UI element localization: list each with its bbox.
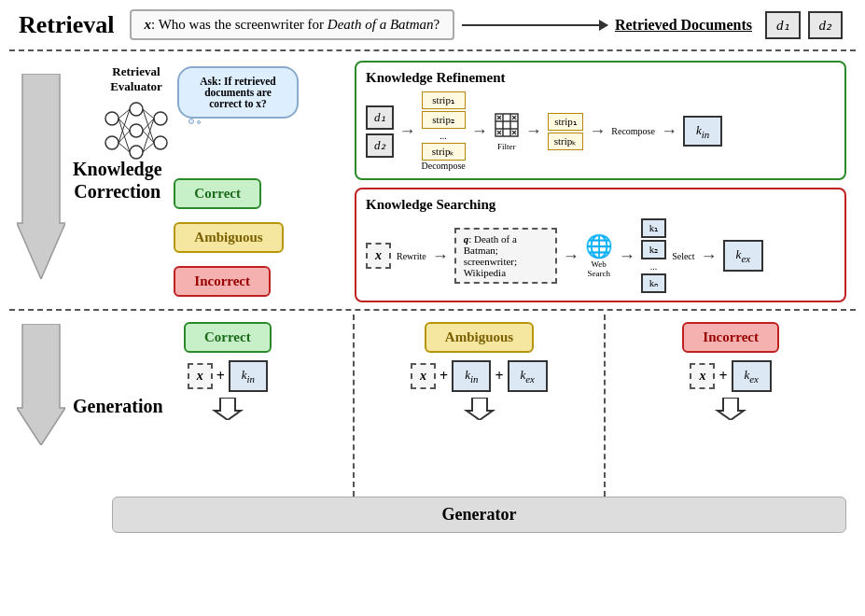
incorrect-badge: Incorrect <box>174 266 271 297</box>
search-arrow2: → <box>563 246 579 266</box>
strip-dots: ... <box>422 131 466 141</box>
k-dots: ... <box>641 261 667 272</box>
ref-doc1: d₁ <box>366 105 394 130</box>
refinement-panel: Knowledge Refinement d₁ d₂ → strip₁ stri… <box>355 61 846 180</box>
cloud-ask-area: Ask: If retrieved documents are correct … <box>177 66 299 119</box>
arrow4: → <box>589 121 606 141</box>
strip1: strip₁ <box>422 91 466 109</box>
svg-point-2 <box>105 136 119 149</box>
gen-down-arrow2 <box>463 398 496 420</box>
gen-kex3: kex <box>732 360 772 392</box>
thought-dot1 <box>188 119 194 124</box>
retrieval-arrow <box>462 24 607 26</box>
select-label: Select <box>672 251 694 261</box>
retrieved-docs-label: Retrieved Documents <box>615 17 752 34</box>
svg-point-1 <box>105 112 119 125</box>
gen-col-ambiguous: Ambiguous x + kin + kex <box>355 315 607 497</box>
refinement-title: Knowledge Refinement <box>366 70 835 86</box>
decompose-label: Decompose <box>422 161 466 171</box>
separator-top <box>9 49 856 51</box>
gen-plus2a: + <box>439 368 448 385</box>
svg-marker-0 <box>17 74 65 279</box>
searching-panel: Knowledge Searching x Rewrite → q: Death… <box>355 188 846 302</box>
gen-incorrect-badge: Incorrect <box>682 322 779 353</box>
strip2: strip₂ <box>422 111 466 129</box>
right-panels: Knowledge Refinement d₁ d₂ → strip₁ stri… <box>355 55 856 305</box>
gen-correct-badge: Correct <box>184 322 272 353</box>
query-box: x: Who was the screenwriter for Death of… <box>130 9 455 40</box>
k1: k₁ <box>641 218 667 238</box>
gen-down-arrow3 <box>714 398 747 420</box>
strip-k-after: stripₖ <box>548 133 584 150</box>
doc1-box: d₁ <box>765 11 801 39</box>
gen-x2: x <box>411 363 436 389</box>
gen-kex2: kex <box>508 360 548 392</box>
search-arrow3: → <box>619 246 635 266</box>
q-box: q: Death of a Batman; screenwriter; Wiki… <box>454 228 557 284</box>
correct-badge: Correct <box>174 178 261 209</box>
gen-kin2: kin <box>452 360 491 392</box>
refinement-content: d₁ d₂ → strip₁ strip₂ ... stripₖ Decompo… <box>366 91 835 171</box>
svg-marker-34 <box>215 398 241 420</box>
k-ex-box: kex <box>723 240 763 272</box>
search-content: x Rewrite → q: Death of a Batman; screen… <box>366 218 835 293</box>
gen-plus2b: + <box>495 368 503 385</box>
globe-icon: 🌐 <box>585 234 613 259</box>
gen-columns: Correct x + kin Ambiguous x + kin + <box>103 315 856 497</box>
x-box: x <box>366 243 391 269</box>
filter-label: Filter <box>494 142 520 151</box>
strips-after: strip₁ stripₖ <box>548 113 584 150</box>
web-search-label: Web Search <box>585 259 613 278</box>
kc-section-label: Knowledge Correction <box>73 158 162 203</box>
svg-point-7 <box>154 136 167 149</box>
cloud-ask: Ask: If retrieved documents are correct … <box>177 66 299 119</box>
evaluator-title: RetrievalEvaluator <box>110 64 162 94</box>
kc-label-area: Knowledge Correction <box>9 55 103 305</box>
gen-plus1: + <box>216 368 225 385</box>
query-text: : Who was the screenwriter for <box>151 17 328 32</box>
gen-label-area: Generation <box>9 315 103 497</box>
docs-col: d₁ d₂ <box>366 105 394 158</box>
generator-bar-area: Generator <box>112 497 846 533</box>
gen-col-incorrect: Incorrect x + kex <box>606 315 856 497</box>
ambiguous-badge: Ambiguous <box>174 222 283 253</box>
query-italic: Death of a Batman <box>328 17 434 32</box>
query-x: x <box>145 17 152 32</box>
searching-title: Knowledge Searching <box>366 197 835 213</box>
search-arrow1: → <box>432 246 449 266</box>
svg-point-6 <box>154 112 167 125</box>
separator-mid <box>9 309 856 311</box>
recompose-area: Recompose <box>611 126 655 136</box>
strip-k: stripₖ <box>422 143 466 161</box>
kc-arrow <box>17 74 65 279</box>
nn-icon <box>103 98 170 163</box>
svg-marker-36 <box>718 398 744 420</box>
search-arrow4: → <box>701 246 718 266</box>
svg-point-5 <box>130 146 143 159</box>
gen-ambiguous-badge: Ambiguous <box>425 322 534 353</box>
gen-plus3: + <box>719 368 727 385</box>
gen-correct-formula: x + kin <box>188 360 268 392</box>
gen-x1: x <box>188 363 213 389</box>
filter-icon <box>494 112 520 138</box>
arrow5: → <box>661 121 677 141</box>
gen-kin: kin <box>229 360 268 392</box>
kn: kₙ <box>641 273 667 293</box>
gen-incorrect-formula: x + kex <box>690 360 772 392</box>
main-section: Knowledge Correction RetrievalEvaluator <box>9 55 856 305</box>
label-badges: Correct Ambiguous Incorrect <box>174 178 283 297</box>
generator-bar: Generator <box>112 497 846 533</box>
retrieval-label: Retrieval <box>19 11 115 39</box>
gen-col-correct: Correct x + kin <box>103 315 355 497</box>
thought-dot2 <box>197 120 201 124</box>
gen-down-arrow1 <box>211 398 244 420</box>
gen-ambiguous-formula: x + kin + kex <box>411 360 548 392</box>
k-in-box: kin <box>683 116 722 147</box>
generation-section: Generation Correct x + kin Ambiguous <box>9 315 856 497</box>
recompose-label: Recompose <box>611 126 655 136</box>
svg-marker-33 <box>17 324 65 445</box>
ref-doc2: d₂ <box>366 133 394 158</box>
doc2-box: d₂ <box>808 11 844 39</box>
k2: k₂ <box>641 240 667 259</box>
strips-before: strip₁ strip₂ ... stripₖ <box>422 91 466 161</box>
